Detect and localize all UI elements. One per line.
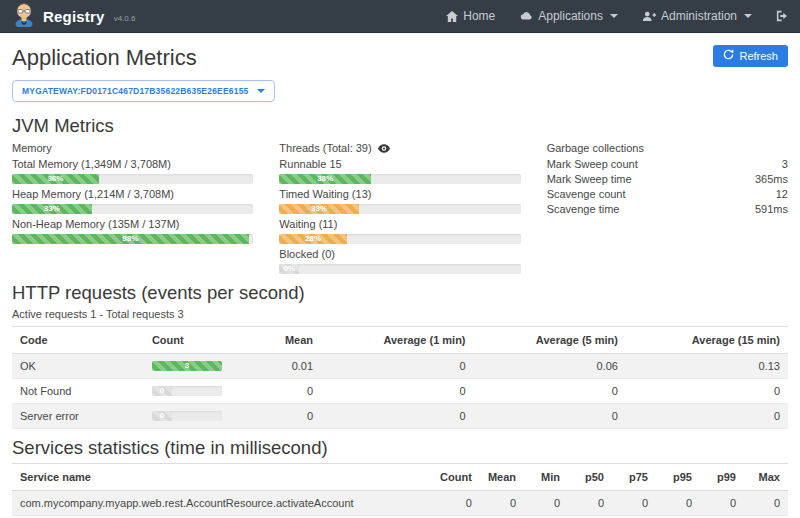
table-row: OK30.0100.060.13 xyxy=(12,354,788,379)
brand-version: v4.0.6 xyxy=(114,14,136,23)
refresh-label: Refresh xyxy=(739,50,778,62)
http-code-cell: Not Found xyxy=(12,379,144,404)
service-col-header: p50 xyxy=(568,464,612,491)
http-col-header: Code xyxy=(12,327,144,354)
http-count-cell: 3 xyxy=(144,354,253,379)
http-value-cell: 0.01 xyxy=(253,354,322,379)
services-statistics-title: Services statistics (time in millisecond… xyxy=(12,437,788,459)
content: Application Metrics Refresh MYGATEWAY:FD… xyxy=(0,33,800,518)
progress-bar: 98% xyxy=(12,234,253,244)
http-code-cell: Server error xyxy=(12,404,144,429)
threads-column: Threads (Total: 39) Runnable 1538%Timed … xyxy=(279,141,520,278)
http-value-cell: 0 xyxy=(626,404,788,429)
http-count-cell: 0 xyxy=(144,379,253,404)
sign-out-button[interactable] xyxy=(776,10,788,22)
http-count-cell: 0 xyxy=(144,404,253,429)
instance-selector-label: MYGATEWAY:FD0171C467D17B35622B635E26EE61… xyxy=(22,86,249,96)
chevron-down-icon xyxy=(257,89,265,93)
threads-title: Threads (Total: 39) xyxy=(279,141,371,156)
http-requests-title: HTTP requests (events per second) xyxy=(12,282,788,304)
http-requests-subtitle: Active requests 1 - Total requests 3 xyxy=(12,308,788,320)
http-col-header: Average (1 min) xyxy=(321,327,473,354)
progress-fill: 28% xyxy=(279,234,347,244)
memory-title: Memory xyxy=(12,141,253,156)
progress-bar: 3 xyxy=(152,361,222,371)
table-row: Not Found00000 xyxy=(12,379,788,404)
service-col-header: p95 xyxy=(656,464,700,491)
navbar: Registry v4.0.6 HomeApplicationsAdminist… xyxy=(0,0,800,33)
gc-title: Garbage collections xyxy=(547,141,788,156)
brand-name: Registry xyxy=(43,8,105,25)
nav-item-label: Administration xyxy=(661,9,737,23)
metric-label: Timed Waiting (13) xyxy=(279,188,520,201)
instance-selector-dropdown[interactable]: MYGATEWAY:FD0171C467D17B35622B635E26EE61… xyxy=(12,80,275,102)
table-row: Server error00000 xyxy=(12,404,788,429)
services-table-header-row: Service nameCountMeanMinp50p75p95p99Max xyxy=(12,464,788,491)
progress-fill: 33% xyxy=(279,204,359,214)
threads-bars: Runnable 1538%Timed Waiting (13)33%Waiti… xyxy=(279,158,520,274)
http-col-header: Average (5 min) xyxy=(474,327,626,354)
refresh-button[interactable]: Refresh xyxy=(713,45,788,67)
progress-bar: 33% xyxy=(279,204,520,214)
jvm-grid: Memory Total Memory (1,349M / 3,708M)36%… xyxy=(12,141,788,278)
http-requests-table: CodeCountMeanAverage (1 min)Average (5 m… xyxy=(12,326,788,429)
chevron-down-icon xyxy=(610,14,618,18)
home-icon xyxy=(446,11,458,22)
services-table-body: com.mycompany.myapp.web.rest.AccountReso… xyxy=(12,491,788,518)
service-value-cell: 0 xyxy=(432,491,480,516)
metric-label: Non-Heap Memory (135M / 137M) xyxy=(12,218,253,231)
nav-item-applications[interactable]: Applications xyxy=(519,9,618,23)
service-value-cell: 0 xyxy=(656,491,700,516)
gc-row: Scavenge count12 xyxy=(547,186,788,201)
http-col-header: Average (15 min) xyxy=(626,327,788,354)
progress-fill: 3 xyxy=(152,361,222,371)
http-value-cell: 0.13 xyxy=(626,354,788,379)
progress-fill: 0 xyxy=(152,411,172,421)
table-row: com.mycompany.myapp.web.rest.AccountReso… xyxy=(12,491,788,516)
metric-label: Total Memory (1,349M / 3,708M) xyxy=(12,158,253,171)
eye-icon[interactable] xyxy=(378,144,390,153)
service-col-header: Service name xyxy=(12,464,432,491)
gc-value: 591ms xyxy=(755,203,788,215)
gc-label: Mark Sweep count xyxy=(547,158,638,170)
nav-item-label: Home xyxy=(463,9,495,23)
progress-fill: 98% xyxy=(12,234,249,244)
user-plus-icon xyxy=(642,11,656,22)
service-name-cell: com.mycompany.myapp.web.rest.AccountReso… xyxy=(12,491,432,516)
service-col-header: Max xyxy=(744,464,788,491)
service-col-header: Min xyxy=(524,464,568,491)
progress-bar: 38% xyxy=(279,174,520,184)
progress-fill: 36% xyxy=(12,174,99,184)
service-value-cell: 0 xyxy=(568,491,612,516)
http-value-cell: 0 xyxy=(321,354,473,379)
chevron-down-icon xyxy=(744,14,752,18)
gc-label: Mark Sweep time xyxy=(547,173,632,185)
service-value-cell: 0 xyxy=(612,491,656,516)
nav-item-administration[interactable]: Administration xyxy=(642,9,752,23)
http-value-cell: 0 xyxy=(253,379,322,404)
http-value-cell: 0 xyxy=(253,404,322,429)
http-code-cell: OK xyxy=(12,354,144,379)
nav-item-home[interactable]: Home xyxy=(446,9,495,23)
progress-bar: 28% xyxy=(279,234,520,244)
gc-row: Mark Sweep time365ms xyxy=(547,171,788,186)
metric-label: Waiting (11) xyxy=(279,218,520,231)
progress-bar: 0 xyxy=(152,411,222,421)
gc-value: 12 xyxy=(776,188,788,200)
refresh-icon xyxy=(723,49,734,62)
gc-row: Scavenge time591ms xyxy=(547,201,788,216)
services-statistics-table: Service nameCountMeanMinp50p75p95p99Max … xyxy=(12,463,788,518)
http-value-cell: 0 xyxy=(321,404,473,429)
navbar-links: HomeApplicationsAdministration xyxy=(446,9,788,23)
jhipster-avatar-logo xyxy=(12,1,36,31)
progress-fill: 0% xyxy=(279,264,299,274)
progress-fill: 38% xyxy=(279,174,371,184)
service-value-cell: 0 xyxy=(524,491,568,516)
cloud-icon xyxy=(519,11,533,21)
progress-fill: 33% xyxy=(12,204,92,214)
http-value-cell: 0 xyxy=(321,379,473,404)
metric-label: Heap Memory (1,214M / 3,708M) xyxy=(12,188,253,201)
http-value-cell: 0.06 xyxy=(474,354,626,379)
brand-link[interactable]: Registry v4.0.6 xyxy=(12,1,135,31)
memory-bars: Total Memory (1,349M / 3,708M)36%Heap Me… xyxy=(12,158,253,244)
